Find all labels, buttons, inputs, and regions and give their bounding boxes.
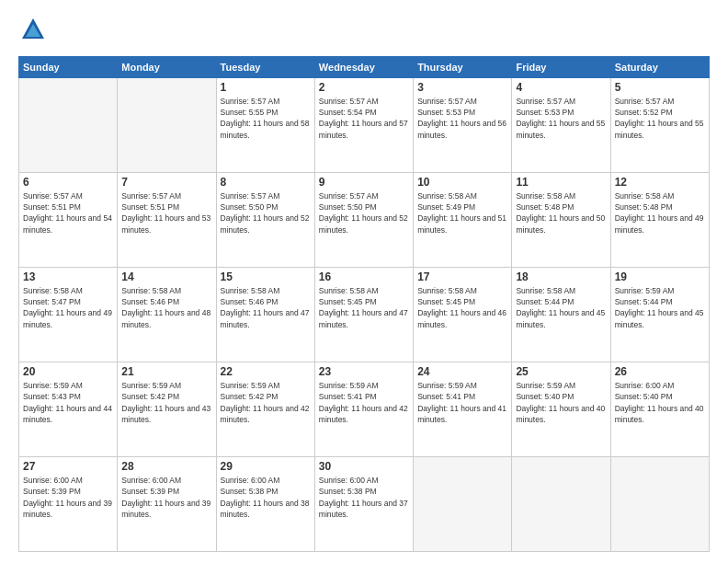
day-number: 4	[516, 81, 606, 94]
sunrise-label: Sunrise: 5:57 AM	[221, 191, 280, 201]
day-number: 7	[121, 176, 211, 189]
sunset-label: Sunset: 5:38 PM	[319, 487, 377, 496]
day-number: 18	[516, 270, 606, 283]
day-info: Sunrise: 5:58 AM Sunset: 5:44 PM Dayligh…	[516, 285, 606, 330]
sunrise-label: Sunrise: 5:59 AM	[221, 381, 280, 390]
daylight-label: Daylight: 11 hours and 52 minutes.	[221, 213, 310, 234]
day-info: Sunrise: 5:58 AM Sunset: 5:48 PM Dayligh…	[516, 190, 606, 236]
day-number: 22	[221, 365, 311, 378]
day-info: Sunrise: 5:59 AM Sunset: 5:42 PM Dayligh…	[221, 380, 311, 425]
sunset-label: Sunset: 5:43 PM	[23, 392, 81, 401]
calendar-day-cell: 29 Sunrise: 6:00 AM Sunset: 5:38 PM Dayl…	[216, 456, 314, 551]
calendar-table: SundayMondayTuesdayWednesdayThursdayFrid…	[18, 56, 710, 552]
daylight-label: Daylight: 11 hours and 52 minutes.	[319, 213, 408, 234]
sunrise-label: Sunrise: 6:00 AM	[319, 476, 379, 485]
calendar-day-cell: 9 Sunrise: 5:57 AM Sunset: 5:50 PM Dayli…	[314, 172, 413, 267]
calendar-day-cell: 23 Sunrise: 5:59 AM Sunset: 5:41 PM Dayl…	[314, 362, 413, 456]
day-number: 19	[615, 270, 705, 283]
day-info: Sunrise: 6:00 AM Sunset: 5:38 PM Dayligh…	[319, 475, 409, 520]
calendar-day-cell: 4 Sunrise: 5:57 AM Sunset: 5:53 PM Dayli…	[512, 77, 610, 172]
calendar-day-cell: 19 Sunrise: 5:59 AM Sunset: 5:44 PM Dayl…	[610, 267, 709, 362]
sunset-label: Sunset: 5:48 PM	[615, 202, 673, 212]
day-info: Sunrise: 5:59 AM Sunset: 5:44 PM Dayligh…	[615, 285, 705, 330]
calendar-day-cell: 14 Sunrise: 5:58 AM Sunset: 5:46 PM Dayl…	[118, 267, 216, 362]
sunset-label: Sunset: 5:45 PM	[319, 297, 377, 306]
day-info: Sunrise: 5:58 AM Sunset: 5:45 PM Dayligh…	[319, 285, 409, 330]
sunrise-label: Sunrise: 5:57 AM	[615, 97, 675, 106]
daylight-label: Daylight: 11 hours and 41 minutes.	[417, 404, 506, 424]
daylight-label: Daylight: 11 hours and 45 minutes.	[516, 308, 605, 328]
calendar-day-cell: 27 Sunrise: 6:00 AM Sunset: 5:39 PM Dayl…	[19, 456, 118, 551]
day-number: 16	[319, 270, 409, 283]
sunrise-label: Sunrise: 5:59 AM	[23, 381, 83, 390]
sunrise-label: Sunrise: 5:57 AM	[417, 97, 477, 106]
calendar-day-cell: 12 Sunrise: 5:58 AM Sunset: 5:48 PM Dayl…	[610, 172, 709, 267]
sunset-label: Sunset: 5:45 PM	[417, 297, 475, 306]
daylight-label: Daylight: 11 hours and 56 minutes.	[417, 119, 506, 139]
day-number: 26	[615, 365, 705, 378]
sunset-label: Sunset: 5:53 PM	[417, 108, 475, 117]
sunset-label: Sunset: 5:44 PM	[615, 297, 673, 306]
day-number: 15	[221, 270, 311, 283]
calendar-day-header: Sunday	[19, 56, 118, 77]
calendar-week-row: 1 Sunrise: 5:57 AM Sunset: 5:55 PM Dayli…	[19, 77, 710, 172]
calendar-day-cell: 26 Sunrise: 6:00 AM Sunset: 5:40 PM Dayl…	[610, 362, 709, 456]
calendar-day-cell: 10 Sunrise: 5:58 AM Sunset: 5:49 PM Dayl…	[414, 172, 512, 267]
daylight-label: Daylight: 11 hours and 54 minutes.	[23, 213, 112, 234]
sunrise-label: Sunrise: 5:59 AM	[417, 381, 477, 390]
sunrise-label: Sunrise: 6:00 AM	[221, 476, 280, 485]
daylight-label: Daylight: 11 hours and 42 minutes.	[221, 404, 310, 424]
calendar-day-header: Friday	[512, 56, 610, 77]
calendar-day-cell: 30 Sunrise: 6:00 AM Sunset: 5:38 PM Dayl…	[314, 456, 413, 551]
logo-icon	[20, 17, 46, 42]
sunset-label: Sunset: 5:50 PM	[319, 202, 377, 212]
sunrise-label: Sunrise: 6:00 AM	[121, 476, 181, 485]
calendar-day-cell: 25 Sunrise: 5:59 AM Sunset: 5:40 PM Dayl…	[512, 362, 610, 456]
day-info: Sunrise: 5:57 AM Sunset: 5:53 PM Dayligh…	[417, 96, 507, 141]
calendar-day-cell: 15 Sunrise: 5:58 AM Sunset: 5:46 PM Dayl…	[216, 267, 314, 362]
daylight-label: Daylight: 11 hours and 53 minutes.	[121, 213, 210, 234]
calendar-day-cell: 22 Sunrise: 5:59 AM Sunset: 5:42 PM Dayl…	[216, 362, 314, 456]
day-number: 3	[417, 81, 507, 94]
day-info: Sunrise: 5:59 AM Sunset: 5:41 PM Dayligh…	[417, 380, 507, 425]
logo	[18, 17, 46, 47]
calendar-header-row: SundayMondayTuesdayWednesdayThursdayFrid…	[19, 56, 710, 77]
sunset-label: Sunset: 5:46 PM	[121, 297, 179, 306]
daylight-label: Daylight: 11 hours and 57 minutes.	[319, 119, 408, 139]
day-number: 29	[221, 460, 311, 473]
day-info: Sunrise: 5:57 AM Sunset: 5:53 PM Dayligh…	[516, 96, 606, 141]
sunset-label: Sunset: 5:39 PM	[23, 487, 81, 496]
day-number: 13	[23, 270, 113, 283]
day-info: Sunrise: 5:57 AM Sunset: 5:51 PM Dayligh…	[23, 190, 113, 236]
sunrise-label: Sunrise: 5:59 AM	[319, 381, 379, 390]
day-number: 6	[23, 176, 113, 189]
sunset-label: Sunset: 5:54 PM	[319, 108, 377, 117]
calendar-day-cell	[610, 456, 709, 551]
daylight-label: Daylight: 11 hours and 47 minutes.	[319, 308, 408, 328]
sunset-label: Sunset: 5:40 PM	[615, 392, 673, 401]
sunrise-label: Sunrise: 5:58 AM	[319, 286, 379, 295]
sunrise-label: Sunrise: 5:57 AM	[23, 191, 83, 201]
calendar-day-cell: 18 Sunrise: 5:58 AM Sunset: 5:44 PM Dayl…	[512, 267, 610, 362]
daylight-label: Daylight: 11 hours and 44 minutes.	[23, 404, 112, 424]
sunrise-label: Sunrise: 5:57 AM	[319, 97, 379, 106]
daylight-label: Daylight: 11 hours and 49 minutes.	[615, 213, 704, 234]
sunrise-label: Sunrise: 5:57 AM	[319, 191, 379, 201]
calendar-day-cell: 13 Sunrise: 5:58 AM Sunset: 5:47 PM Dayl…	[19, 267, 118, 362]
day-info: Sunrise: 5:59 AM Sunset: 5:42 PM Dayligh…	[121, 380, 211, 425]
sunset-label: Sunset: 5:53 PM	[516, 108, 574, 117]
sunrise-label: Sunrise: 5:59 AM	[121, 381, 181, 390]
daylight-label: Daylight: 11 hours and 49 minutes.	[23, 308, 112, 328]
sunrise-label: Sunrise: 5:58 AM	[516, 286, 575, 295]
sunset-label: Sunset: 5:38 PM	[221, 487, 279, 496]
calendar-day-cell: 11 Sunrise: 5:58 AM Sunset: 5:48 PM Dayl…	[512, 172, 610, 267]
day-number: 2	[319, 81, 409, 94]
day-info: Sunrise: 6:00 AM Sunset: 5:40 PM Dayligh…	[615, 380, 705, 425]
sunrise-label: Sunrise: 5:58 AM	[417, 286, 477, 295]
day-info: Sunrise: 5:57 AM Sunset: 5:52 PM Dayligh…	[615, 96, 705, 141]
logo-text	[18, 17, 46, 47]
daylight-label: Daylight: 11 hours and 40 minutes.	[615, 404, 704, 424]
day-info: Sunrise: 5:58 AM Sunset: 5:46 PM Dayligh…	[221, 285, 311, 330]
sunrise-label: Sunrise: 5:58 AM	[516, 191, 575, 201]
day-info: Sunrise: 5:59 AM Sunset: 5:41 PM Dayligh…	[319, 380, 409, 425]
